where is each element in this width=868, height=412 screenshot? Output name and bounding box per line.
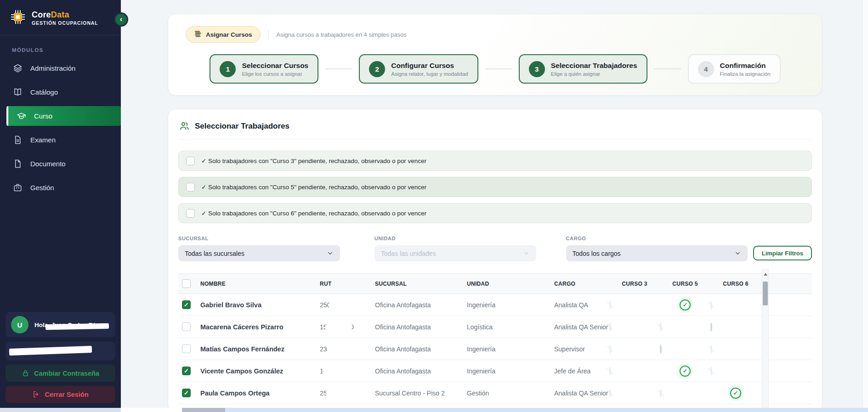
change-password-button[interactable]: Cambiar Contraseña [6, 365, 115, 382]
table-row[interactable]: ✓ Paula Campos Ortega 25849319-K Sucursa… [178, 382, 812, 404]
sidebar-collapse-button[interactable]: ‹ [114, 12, 128, 27]
step-subtitle: Elige a quién asignar [551, 71, 637, 77]
table-row[interactable]: Macarena Cáceres Pizarro 15337110-0 Ofic… [178, 316, 812, 338]
step-title: Seleccionar Trabajadores [551, 62, 637, 70]
table-row[interactable]: ✓ Vicente Campos González 16432998-6 Ofi… [178, 360, 812, 382]
step-4-confirmacion[interactable]: 4 Confirmación Finaliza la asignación [688, 54, 781, 84]
status-na-icon [609, 344, 611, 354]
column-header-unidad: UNIDAD [467, 281, 554, 287]
status-na-icon [660, 389, 662, 398]
chevron-left-icon: ‹ [120, 15, 123, 23]
row-checkbox[interactable]: ✓ [182, 300, 191, 309]
assign-courses-header-card: Asignar Cursos Asigna cursos a trabajado… [168, 14, 823, 96]
worker-name: Gabriel Bravo Silva [200, 301, 320, 309]
sidebar-item-catalogo[interactable]: Catálogo [0, 82, 121, 102]
filter-cargo: CARGO Todos los cargos [566, 236, 748, 261]
toggle-row-curso-6[interactable]: ✓ Solo trabajadores con "Curso 6" pendie… [178, 203, 812, 223]
sidebar-item-label: Catálogo [30, 88, 58, 96]
step-number: 1 [220, 61, 236, 77]
step-title: Seleccionar Cursos [242, 62, 308, 70]
sidebar-item-label: Documento [30, 160, 66, 168]
user-card[interactable]: U Hola, Juan Carlos Díaz [6, 312, 115, 338]
cargo-select[interactable]: Todos los cargos [566, 245, 748, 261]
sucursal-select[interactable]: Todas las sucursales [178, 245, 340, 261]
status-na-icon [609, 367, 611, 376]
brand-name: CoreData [32, 10, 98, 20]
status-na-icon [609, 322, 611, 332]
logout-icon [32, 390, 40, 398]
redaction [327, 345, 355, 352]
row-checkbox[interactable]: ✓ [182, 389, 191, 397]
vertical-scrollbar-thumb[interactable] [763, 282, 768, 305]
sidebar-item-documento[interactable]: Documento [0, 154, 121, 174]
column-header-rut: RUT [320, 281, 375, 287]
divider [268, 29, 269, 40]
unidad-select[interactable]: Todas las unidades [374, 245, 536, 261]
chip-logo-icon [10, 9, 26, 27]
layers-icon [12, 63, 23, 73]
worker-sucursal: Oficina Antofagasta [375, 323, 467, 331]
step-title: Confirmación [720, 62, 771, 70]
sidebar-item-curso[interactable]: Curso [6, 106, 121, 126]
sidebar-item-administracion[interactable]: Administración [0, 58, 121, 78]
toggle-label: ✓ Solo trabajadores con "Curso 5" pendie… [201, 183, 426, 191]
step-number: 2 [369, 61, 385, 77]
worker-unidad: Ingeniería [467, 301, 554, 309]
step-connector [325, 68, 352, 69]
worker-rut: 25098514-6 [320, 301, 375, 309]
table-row[interactable]: Matías Campos Fernández 23409577-0 Ofici… [178, 338, 812, 360]
step-number: 4 [698, 61, 714, 77]
worker-name: Paula Campos Ortega [200, 389, 320, 397]
toggle-checkbox[interactable] [186, 183, 195, 192]
worker-cargo: Analista QA [554, 301, 609, 309]
toggle-checkbox[interactable] [186, 157, 195, 165]
sidebar-item-gestion[interactable]: Gestión [0, 178, 121, 198]
logout-button[interactable]: Cerrar Sesión [6, 386, 115, 403]
step-2-configurar-cursos[interactable]: 2 Configurar Cursos Asigna relator, luga… [359, 54, 478, 84]
scroll-up-button[interactable] [762, 270, 768, 278]
clear-filters-button[interactable]: Limpiar Filtros [753, 246, 812, 260]
redaction [325, 323, 352, 330]
status-na-icon [609, 389, 611, 398]
step-subtitle: Finaliza la asignación [720, 71, 771, 77]
toggle-row-curso-5[interactable]: ✓ Solo trabajadores con "Curso 5" pendie… [178, 177, 812, 197]
sidebar-item-examen[interactable]: Examen [0, 130, 121, 150]
row-checkbox[interactable]: ✓ [182, 367, 191, 375]
step-1-seleccionar-cursos[interactable]: 1 Seleccionar Cursos Elige los cursos a … [210, 54, 318, 84]
chevron-down-icon [734, 250, 741, 257]
stepper: 1 Seleccionar Cursos Elige los cursos a … [168, 54, 822, 84]
table-row[interactable]: ✓ Gabriel Bravo Silva 25098514-6 Oficina… [178, 294, 812, 316]
sucursal-label: SUCURSAL [178, 236, 340, 241]
horizontal-scrollbar-thumb[interactable] [182, 408, 225, 412]
sidebar-item-label: Examen [30, 136, 56, 144]
select-all-checkbox[interactable] [182, 279, 191, 288]
status-pending-icon [660, 344, 662, 354]
step-connector [485, 68, 512, 69]
column-header-cargo: CARGO [554, 281, 609, 287]
avatar: U [11, 316, 28, 333]
step-subtitle: Asigna relator, lugar y modalidad [391, 71, 468, 77]
window-scrollbar-track[interactable] [862, 0, 868, 408]
toggle-row-curso-3[interactable]: ✓ Solo trabajadores con "Curso 3" pendie… [178, 151, 812, 171]
status-approved-icon: ✓ [680, 299, 691, 310]
hscroll-track [0, 408, 121, 412]
status-approved-icon: ✓ [730, 388, 741, 399]
row-checkbox[interactable] [182, 344, 191, 353]
arrow-up-icon [764, 273, 767, 276]
table-body: ✓ Gabriel Bravo Silva 25098514-6 Oficina… [178, 294, 812, 412]
column-header-curso-6: CURSO 6 [710, 281, 761, 287]
toggle-checkbox[interactable] [186, 209, 195, 218]
horizontal-scrollbar[interactable] [0, 408, 868, 412]
users-icon [179, 121, 190, 131]
worker-cargo: Analista QA Senior [554, 323, 609, 331]
chevron-down-icon [523, 250, 530, 257]
step-3-seleccionar-trabajadores[interactable]: 3 Seleccionar Trabajadores Elige a quién… [519, 54, 647, 84]
modules-section-label: MÓDULOS [0, 35, 121, 58]
column-header-curso-5: CURSO 5 [660, 281, 710, 287]
worker-unidad: Logística [467, 323, 554, 331]
select-workers-card: Seleccionar Trabajadores ✓ Solo trabajad… [168, 109, 823, 412]
logo: CoreData GESTIÓN OCUPACIONAL [0, 0, 121, 35]
table-vertical-scrollbar[interactable] [762, 269, 769, 412]
file-text-icon [12, 135, 23, 145]
row-checkbox[interactable] [182, 322, 191, 331]
